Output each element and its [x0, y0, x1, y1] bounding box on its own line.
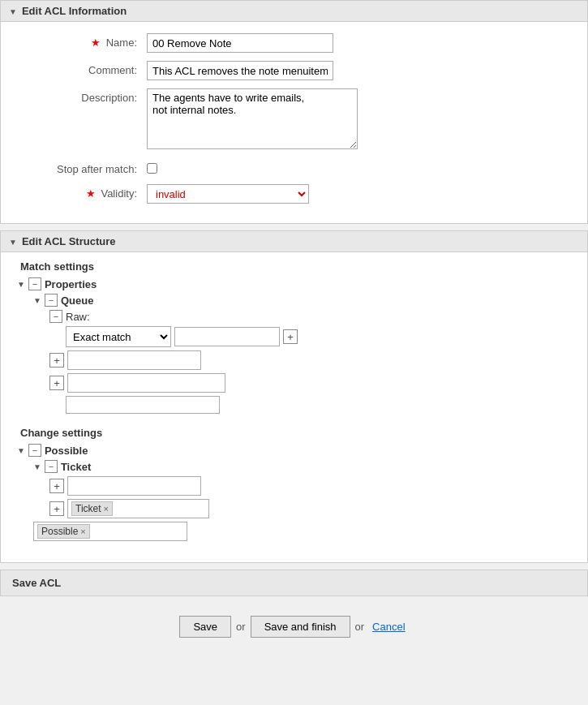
- possible-filter-row: Possible ×: [17, 522, 579, 541]
- change-settings-group: Change settings ▼ − Possible ▼ − Ticket …: [17, 427, 579, 541]
- ticket-arrow: ▼: [33, 462, 41, 471]
- ticket-add-btn[interactable]: +: [49, 479, 64, 493]
- queue-arrow: ▼: [33, 296, 41, 305]
- validity-row: ★ Validity: invalid valid invalid-tempor…: [9, 184, 579, 204]
- add-match-btn[interactable]: +: [283, 329, 298, 344]
- structure-content: Match settings ▼ − Properties ▼ − Queue …: [1, 252, 587, 562]
- ticket-tag-remove[interactable]: ×: [104, 504, 109, 514]
- change-settings-label: Change settings: [17, 427, 579, 439]
- add-extra-btn-1[interactable]: +: [49, 353, 64, 368]
- possible-tag-remove[interactable]: ×: [80, 527, 85, 536]
- possible-tag-label: Possible: [41, 526, 78, 537]
- extra-input-2[interactable]: [67, 373, 225, 393]
- ticket-tag-label: Ticket: [75, 503, 101, 514]
- properties-label: Properties: [45, 278, 97, 290]
- match-value-input[interactable]: [174, 327, 280, 346]
- description-label: Description:: [9, 88, 147, 104]
- match-settings-label: Match settings: [17, 260, 579, 273]
- or-text-2: or: [355, 621, 365, 633]
- comment-field-container: [147, 61, 579, 80]
- collapse-icon: [9, 5, 17, 17]
- possible-row: ▼ − Possible: [17, 444, 579, 457]
- save-button[interactable]: Save: [179, 616, 231, 638]
- ticket-add-row: +: [17, 476, 579, 496]
- raw-row: − Raw:: [17, 310, 579, 323]
- queue-collapse-btn[interactable]: −: [45, 294, 58, 307]
- edit-acl-information-section: Edit ACL Information ★ Name: Comment: De…: [0, 0, 588, 224]
- possible-collapse-btn[interactable]: −: [28, 444, 41, 457]
- stop-after-match-label: Stop after match:: [9, 160, 147, 175]
- stop-after-match-field: [147, 160, 579, 176]
- structure-collapse-icon: [9, 235, 17, 247]
- save-acl-bar: Save ACL: [0, 570, 588, 596]
- edit-acl-information-content: ★ Name: Comment: Description: The agents…: [1, 22, 587, 223]
- extra-input-row-1: +: [17, 350, 579, 370]
- raw-label: Raw:: [66, 311, 90, 323]
- edit-acl-structure-header[interactable]: Edit ACL Structure: [1, 231, 587, 252]
- save-and-finish-button[interactable]: Save and finish: [251, 616, 350, 638]
- queue-filter-input[interactable]: [66, 396, 220, 414]
- comment-label: Comment:: [9, 61, 147, 76]
- ticket-tag-add-btn[interactable]: +: [49, 501, 64, 516]
- name-input[interactable]: [147, 33, 333, 53]
- name-label: ★ Name:: [9, 33, 147, 49]
- possible-filter-container[interactable]: Possible ×: [33, 522, 187, 541]
- cancel-button[interactable]: Cancel: [369, 617, 408, 637]
- validity-required-star: ★: [86, 187, 96, 200]
- possible-arrow: ▼: [17, 446, 25, 455]
- possible-label: Possible: [45, 445, 88, 457]
- properties-arrow: ▼: [17, 280, 25, 289]
- validity-label: ★ Validity:: [9, 184, 147, 200]
- validity-select[interactable]: invalid valid invalid-temporarily: [147, 184, 309, 204]
- ticket-tag-row: + Ticket ×: [17, 499, 579, 518]
- ticket-add-input[interactable]: [67, 476, 201, 496]
- save-acl-label: Save ACL: [12, 577, 61, 589]
- add-extra-btn-2[interactable]: +: [49, 376, 64, 390]
- properties-row: ▼ − Properties: [17, 277, 579, 290]
- extra-input-row-2: +: [17, 373, 579, 393]
- queue-row: ▼ − Queue: [17, 294, 579, 307]
- name-row: ★ Name:: [9, 33, 579, 53]
- ticket-collapse-btn[interactable]: −: [45, 460, 58, 473]
- comment-row: Comment:: [9, 61, 579, 80]
- comment-input[interactable]: [147, 61, 333, 80]
- extra-input-1[interactable]: [67, 350, 201, 370]
- bottom-buttons: Save or Save and finish or Cancel: [0, 603, 588, 651]
- edit-acl-structure-title: Edit ACL Structure: [22, 235, 116, 247]
- stop-after-match-row: Stop after match:: [9, 160, 579, 176]
- queue-label: Queue: [61, 294, 93, 307]
- filter-row: [17, 396, 579, 414]
- ticket-tag-container[interactable]: Ticket ×: [67, 499, 209, 518]
- validity-field-container: invalid valid invalid-temporarily: [147, 184, 579, 204]
- name-field-container: [147, 33, 579, 53]
- match-settings-group: Match settings ▼ − Properties ▼ − Queue …: [17, 260, 579, 414]
- exact-match-row: Exact match Regex match Any value Absent…: [17, 326, 579, 347]
- raw-collapse-btn[interactable]: −: [49, 310, 62, 323]
- name-required-star: ★: [91, 37, 101, 49]
- or-text-1: or: [236, 621, 246, 633]
- ticket-tag: Ticket ×: [71, 501, 113, 516]
- stop-after-match-checkbox[interactable]: [147, 163, 157, 174]
- ticket-row: ▼ − Ticket: [17, 460, 579, 473]
- edit-acl-information-title: Edit ACL Information: [22, 5, 127, 17]
- properties-collapse-btn[interactable]: −: [28, 277, 41, 290]
- ticket-label: Ticket: [61, 461, 91, 473]
- description-field-container: The agents have to write emails, not int…: [147, 88, 579, 152]
- edit-acl-information-header[interactable]: Edit ACL Information: [1, 1, 587, 22]
- edit-acl-structure-section: Edit ACL Structure Match settings ▼ − Pr…: [0, 230, 588, 563]
- description-textarea[interactable]: The agents have to write emails, not int…: [147, 88, 358, 149]
- description-row: Description: The agents have to write em…: [9, 88, 579, 152]
- match-type-select[interactable]: Exact match Regex match Any value Absent: [66, 326, 171, 347]
- possible-tag: Possible ×: [37, 524, 90, 539]
